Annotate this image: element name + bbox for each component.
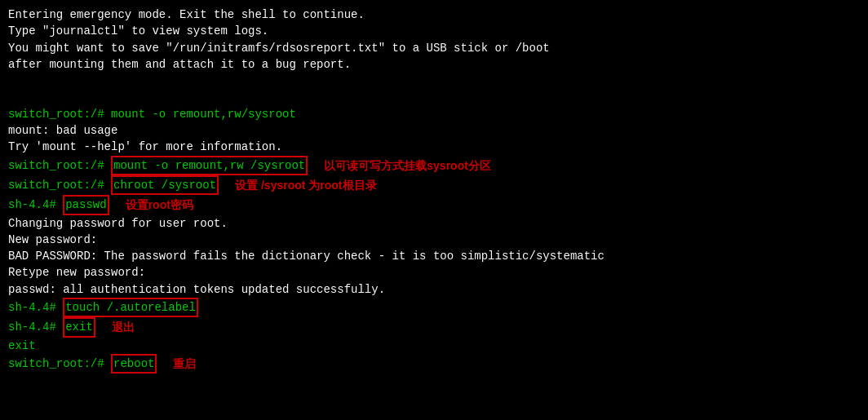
cmd-exit: exit: [63, 317, 95, 337]
prompt-exit: sh-4.4#: [8, 319, 63, 335]
prompt-chroot: switch_root:/#: [8, 177, 111, 193]
cmd-reboot: reboot: [111, 354, 157, 374]
line-badpw: BAD PASSWORD: The password fails the dic…: [8, 248, 860, 264]
ann-passwd: 设置root密码: [126, 197, 193, 213]
line-3: You might want to save "/run/initramfs/r…: [8, 40, 860, 56]
line-2: Type "journalctl" to view system logs.: [8, 23, 860, 39]
prompt-reboot: switch_root:/#: [8, 356, 111, 372]
ann-exit: 退出: [112, 319, 135, 335]
line-touch: sh-4.4# touch /.autorelabel: [8, 298, 860, 317]
line-7: switch_root:/# mount -o remount,rw/sysro…: [8, 106, 860, 122]
prompt-touch: sh-4.4#: [8, 299, 63, 316]
cmd-touch: touch /.autorelabel: [63, 298, 198, 317]
ann-chroot: 设置 /sysroot 为root根目录: [235, 177, 376, 193]
line-8: mount: bad usage: [8, 122, 860, 139]
line-exit: sh-4.4# exit退出: [8, 317, 860, 337]
ann-mount: 以可读可写方式挂载sysroot分区: [324, 157, 491, 174]
cmd-chroot: chroot /sysroot: [111, 175, 219, 195]
cmd-mount: mount -o remount,rw /sysroot: [111, 156, 308, 175]
line-success: passwd: all authentication tokens update…: [8, 281, 860, 298]
line-passwd: sh-4.4# passwd设置root密码: [8, 195, 860, 214]
line-mount: switch_root:/# mount -o remount,rw /sysr…: [8, 156, 860, 175]
prompt-passwd: sh-4.4#: [8, 197, 63, 213]
terminal-container: Entering emergency mode. Exit the shell …: [8, 7, 860, 374]
ann-reboot: 重启: [173, 356, 196, 372]
prompt-mount: switch_root:/#: [8, 157, 111, 174]
line-9: Try 'mount --help' for more information.: [8, 139, 860, 155]
line-reboot: switch_root:/# reboot重启: [8, 354, 860, 374]
empty-1: [8, 73, 860, 89]
line-1: Entering emergency mode. Exit the shell …: [8, 7, 860, 23]
line-4: after mounting them and attach it to a b…: [8, 56, 860, 73]
cmd-passwd: passwd: [63, 195, 108, 214]
line-retype: Retype new password:: [8, 264, 860, 281]
empty-2: [8, 89, 860, 105]
line-changing: Changing password for user root.: [8, 215, 860, 232]
line-newpw: New password:: [8, 232, 860, 248]
line-exit-echo: exit: [8, 338, 860, 354]
line-chroot: switch_root:/# chroot /sysroot设置 /sysroo…: [8, 175, 860, 195]
